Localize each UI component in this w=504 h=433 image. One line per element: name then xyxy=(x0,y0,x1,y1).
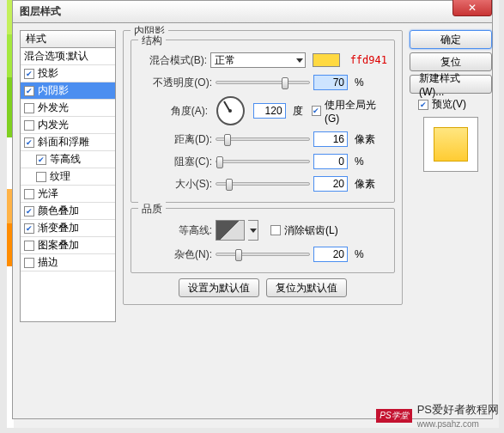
angle-input[interactable]: 120 xyxy=(253,103,286,119)
distance-unit: 像素 xyxy=(355,132,375,147)
size-unit: 像素 xyxy=(355,177,375,192)
global-light-label: 使用全局光(G) xyxy=(325,98,387,125)
choke-input[interactable]: 0 xyxy=(313,154,348,169)
checkbox-icon[interactable] xyxy=(36,172,46,182)
sidebar-item-texture[interactable]: 纹理 xyxy=(21,168,115,186)
sidebar-item-label: 内阴影 xyxy=(38,83,69,98)
contour-label: 等高线: xyxy=(138,223,212,238)
close-icon: ✕ xyxy=(468,2,477,14)
sidebar-item-label: 混合选项:默认 xyxy=(24,49,88,64)
structure-fieldset: 结构 混合模式(B): 正常 ffd941 不透明度(O): 70 % xyxy=(131,40,395,203)
antialias-checkbox[interactable] xyxy=(270,225,281,235)
sidebar-item-satin[interactable]: 光泽 xyxy=(21,186,115,203)
angle-dial[interactable] xyxy=(216,96,244,125)
contour-row: 等高线: 消除锯齿(L) xyxy=(138,217,387,243)
sidebar-item-label: 等高线 xyxy=(50,152,81,167)
sidebar-item-outer-glow[interactable]: 外发光 xyxy=(21,100,115,117)
choke-slider[interactable] xyxy=(216,160,310,163)
checkbox-icon[interactable]: ✔ xyxy=(36,155,46,165)
watermark-badge: PS学堂 xyxy=(376,409,411,423)
sidebar-header: 样式 xyxy=(21,31,115,48)
sidebar-item-label: 斜面和浮雕 xyxy=(38,135,89,149)
blend-mode-dropdown[interactable]: 正常 xyxy=(210,52,306,68)
sidebar-item-pattern-overlay[interactable]: 图案叠加 xyxy=(21,237,115,254)
checkbox-icon[interactable]: ✔ xyxy=(24,206,34,216)
noise-unit: % xyxy=(355,248,364,260)
sidebar-item-label: 投影 xyxy=(38,66,58,81)
color-hex-annotation: ffd941 xyxy=(350,54,387,66)
checkbox-icon[interactable] xyxy=(24,258,34,268)
titlebar: 图层样式 ✕ xyxy=(12,0,493,22)
distance-input[interactable]: 16 xyxy=(313,131,348,147)
contour-picker[interactable] xyxy=(216,220,245,241)
sidebar-item-stroke[interactable]: 描边 xyxy=(21,254,115,271)
sidebar-item-label: 颜色叠加 xyxy=(38,204,79,218)
sidebar-item-bevel-emboss[interactable]: ✔ 斜面和浮雕 xyxy=(21,134,115,151)
size-slider[interactable] xyxy=(216,182,310,186)
blend-mode-label: 混合模式(B): xyxy=(138,53,207,68)
window-body: 样式 混合选项:默认 ✔ 投影 ✔ 内阴影 外发光 内发光 ✔ 斜面和浮雕 ✔ … xyxy=(12,22,493,419)
sidebar-item-label: 外发光 xyxy=(38,101,69,115)
checkbox-icon[interactable] xyxy=(24,189,34,199)
chevron-down-icon xyxy=(296,58,303,63)
close-button[interactable]: ✕ xyxy=(452,0,492,16)
set-default-button[interactable]: 设置为默认值 xyxy=(179,278,259,297)
choke-unit: % xyxy=(355,156,364,168)
angle-unit: 度 xyxy=(293,104,303,119)
ok-button[interactable]: 确定 xyxy=(410,30,492,49)
size-row: 大小(S): 20 像素 xyxy=(138,173,387,195)
noise-input[interactable]: 20 xyxy=(313,247,348,262)
opacity-unit: % xyxy=(355,76,364,88)
contour-dropdown-button[interactable] xyxy=(248,220,258,241)
global-light-checkbox[interactable]: ✔ xyxy=(312,106,321,116)
checkbox-icon[interactable]: ✔ xyxy=(24,137,34,148)
size-label: 大小(S): xyxy=(138,177,212,192)
angle-row: 角度(A): 120 度 ✔ 使用全局光(G) xyxy=(138,94,387,128)
opacity-input[interactable]: 70 xyxy=(313,75,348,90)
sidebar-item-inner-shadow[interactable]: ✔ 内阴影 xyxy=(21,82,115,100)
reset-default-button[interactable]: 复位为默认值 xyxy=(266,278,347,297)
checkbox-icon[interactable]: ✔ xyxy=(24,69,34,79)
watermark: PS学堂 PS爱好者教程网 www.psahz.com xyxy=(376,402,499,430)
sidebar-item-drop-shadow[interactable]: ✔ 投影 xyxy=(21,65,115,82)
checkbox-icon[interactable] xyxy=(24,103,34,113)
watermark-text-group: PS爱好者教程网 www.psahz.com xyxy=(417,402,499,430)
checkbox-icon[interactable]: ✔ xyxy=(24,86,34,96)
color-swatch[interactable] xyxy=(313,53,340,67)
sidebar-item-contour[interactable]: ✔ 等高线 xyxy=(21,151,115,168)
checkbox-icon[interactable] xyxy=(24,241,34,251)
sidebar-item-gradient-overlay[interactable]: ✔ 渐变叠加 xyxy=(21,220,115,237)
watermark-text: PS爱好者教程网 xyxy=(417,403,499,416)
quality-fieldset: 品质 等高线: 消除锯齿(L) 杂色(N): 20 % xyxy=(131,208,395,273)
noise-slider[interactable] xyxy=(216,253,310,256)
angle-label: 角度(A): xyxy=(138,104,208,119)
sidebar-item-inner-glow[interactable]: 内发光 xyxy=(21,117,115,134)
defaults-row: 设置为默认值 复位为默认值 xyxy=(131,278,395,297)
dropdown-value: 正常 xyxy=(215,53,235,68)
antialias-label: 消除锯齿(L) xyxy=(284,223,338,238)
cancel-button[interactable]: 复位 xyxy=(410,52,492,71)
checkbox-icon[interactable] xyxy=(24,120,34,131)
styles-sidebar: 样式 混合选项:默认 ✔ 投影 ✔ 内阴影 外发光 内发光 ✔ 斜面和浮雕 ✔ … xyxy=(20,30,116,322)
sidebar-item-color-overlay[interactable]: ✔ 颜色叠加 xyxy=(21,203,115,220)
choke-row: 阻塞(C): 0 % xyxy=(138,150,387,173)
chevron-down-icon xyxy=(250,229,257,233)
checkbox-icon[interactable]: ✔ xyxy=(24,223,34,234)
size-input[interactable]: 20 xyxy=(313,176,348,192)
noise-row: 杂色(N): 20 % xyxy=(138,243,387,265)
preview-box xyxy=(423,117,478,172)
sidebar-item-label: 内发光 xyxy=(38,118,69,132)
structure-legend: 结构 xyxy=(138,34,166,48)
distance-row: 距离(D): 16 像素 xyxy=(138,128,387,150)
distance-label: 距离(D): xyxy=(138,132,212,147)
opacity-slider[interactable] xyxy=(216,81,310,84)
window-title: 图层样式 xyxy=(20,4,61,19)
distance-slider[interactable] xyxy=(216,137,310,141)
preview-checkbox[interactable]: ✔ xyxy=(418,100,428,110)
new-style-button[interactable]: 新建样式(W)... xyxy=(410,75,492,94)
watermark-url: www.psahz.com xyxy=(417,419,479,429)
blend-mode-row: 混合模式(B): 正常 ffd941 xyxy=(138,49,387,71)
sidebar-blend-options[interactable]: 混合选项:默认 xyxy=(21,48,115,65)
sidebar-item-label: 描边 xyxy=(38,255,58,270)
right-column: 确定 复位 新建样式(W)... ✔ 预览(V) xyxy=(410,30,492,172)
